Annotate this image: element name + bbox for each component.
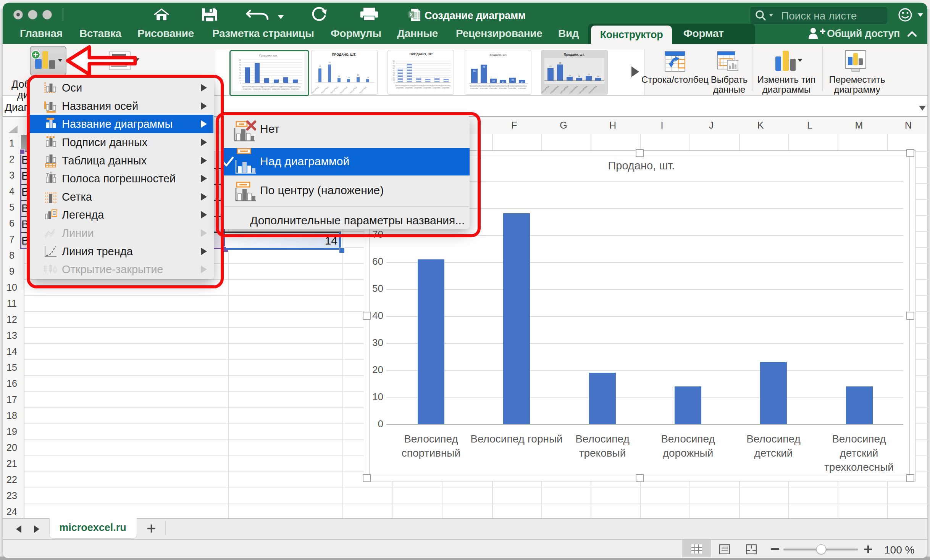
svg-text:спортивн.: спортивн. — [281, 88, 290, 90]
svg-text:50: 50 — [392, 69, 395, 72]
svg-text:14: 14 — [578, 75, 580, 77]
svg-text:60: 60 — [239, 66, 241, 69]
svg-text:20: 20 — [239, 77, 241, 79]
svg-text:14: 14 — [347, 76, 350, 79]
svg-text:23: 23 — [357, 74, 359, 76]
svg-text:Велосипед: Велосипед — [432, 85, 441, 87]
svg-text:19: 19 — [492, 80, 494, 82]
svg-text:спортивн.: спортивн. — [291, 88, 300, 90]
svg-text:спортивн.: спортивн. — [480, 87, 488, 89]
svg-text:40: 40 — [392, 72, 395, 74]
svg-text:0: 0 — [240, 82, 241, 84]
svg-text:X: X — [410, 12, 413, 18]
svg-text:Велосипед: Велосипед — [489, 85, 498, 87]
svg-text:спортивн.: спортивн. — [509, 87, 517, 89]
svg-text:80: 80 — [239, 61, 241, 64]
svg-text:спортивн.: спортивн. — [405, 87, 413, 89]
svg-text:ПРОДАНО, ШТ.: ПРОДАНО, ШТ. — [332, 53, 356, 56]
svg-text:спортивн.: спортивн. — [396, 87, 404, 89]
svg-text:ВЕЛОСИПЕД.: ВЕЛОСИПЕД. — [312, 85, 320, 93]
svg-text:Велосипед: Велосипед — [470, 85, 479, 87]
svg-text:Велосипед: Велосипед — [414, 85, 423, 87]
svg-text:23: 23 — [588, 73, 590, 76]
svg-text:30: 30 — [239, 74, 241, 77]
svg-text:спортивн.: спортивн. — [272, 88, 281, 90]
svg-text:90: 90 — [239, 59, 241, 61]
svg-text:61: 61 — [473, 70, 475, 72]
svg-text:Велосипед: Велосипед — [517, 85, 526, 87]
svg-text:19: 19 — [338, 75, 340, 77]
svg-text:23: 23 — [511, 79, 513, 81]
svg-text:спортивн.: спортивн. — [433, 87, 441, 89]
svg-text:50: 50 — [239, 69, 241, 71]
svg-text:спортивн.: спортивн. — [442, 87, 450, 89]
svg-text:спортивн.: спортивн. — [243, 88, 252, 90]
svg-text:20: 20 — [392, 77, 395, 79]
svg-text:Продано, шт.: Продано, шт. — [564, 53, 584, 56]
svg-text:ПРОДАНО, ШТ.: ПРОДАНО, ШТ. — [410, 52, 434, 56]
svg-text:30: 30 — [392, 74, 395, 76]
svg-text:19: 19 — [568, 74, 571, 77]
svg-text:78: 78 — [328, 61, 331, 64]
svg-text:61: 61 — [549, 65, 552, 68]
svg-text:спортивн.: спортивн. — [414, 87, 423, 89]
svg-text:спортивн.: спортивн. — [489, 87, 498, 89]
svg-text:10: 10 — [392, 79, 395, 81]
svg-text:Велосипед: Велосипед — [498, 85, 507, 87]
svg-text:Продано, шт.: Продано, шт. — [259, 54, 278, 57]
svg-text:ВЕЛОСИПЕД.: ВЕЛОСИПЕД. — [347, 85, 357, 93]
svg-text:14: 14 — [521, 81, 523, 83]
svg-text:Велосипед: Велосипед — [508, 85, 517, 87]
svg-text:Велосипед: Велосипед — [396, 85, 405, 87]
svg-text:78: 78 — [559, 62, 561, 64]
svg-text:14: 14 — [502, 81, 504, 83]
svg-text:спортивн.: спортивн. — [262, 88, 271, 90]
svg-text:70: 70 — [392, 65, 395, 67]
svg-text:61: 61 — [319, 65, 321, 68]
svg-text:60: 60 — [392, 67, 395, 69]
svg-text:40: 40 — [239, 72, 241, 74]
svg-text:спортивн.: спортивн. — [423, 87, 432, 89]
svg-text:ВЕЛОСИПЕД.: ВЕЛОСИПЕД. — [328, 85, 338, 93]
svg-text:спортивн.: спортивн. — [253, 88, 262, 90]
svg-text:90: 90 — [392, 60, 395, 62]
svg-text:14: 14 — [367, 76, 369, 79]
svg-text:10: 10 — [239, 79, 241, 82]
svg-text:ВЕЛОСИПЕД.: ВЕЛОСИПЕД. — [337, 85, 348, 93]
svg-text:Велосипед: Велосипед — [423, 85, 432, 87]
svg-text:0: 0 — [394, 81, 395, 84]
svg-text:спортивн.: спортивн. — [470, 87, 479, 89]
svg-text:спортивн.: спортивн. — [518, 87, 526, 89]
svg-text:14: 14 — [597, 75, 599, 77]
svg-text:70: 70 — [239, 64, 241, 66]
svg-text:ВЕЛОСИПЕД.: ВЕЛОСИПЕД. — [318, 85, 329, 93]
svg-text:78: 78 — [483, 66, 485, 68]
svg-text:Велосипед: Велосипед — [405, 85, 414, 87]
svg-text:Велосипед: Велосипед — [441, 85, 450, 87]
svg-text:80: 80 — [392, 62, 395, 64]
svg-text:ВЕЛОСИПЕД.: ВЕЛОСИПЕД. — [357, 85, 367, 93]
svg-text:Велосипед: Велосипед — [479, 85, 488, 87]
svg-text:Продано, шт.: Продано, шт. — [489, 53, 507, 56]
svg-text:спортивн.: спортивн. — [499, 87, 507, 89]
